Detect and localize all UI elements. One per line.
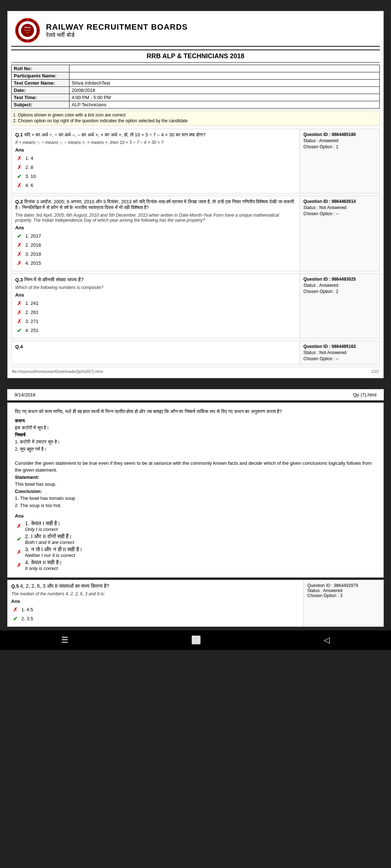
q2-left: Q.2 दिनांक 3 अप्रैल, 2005; 6 अगस्त, 2010… [12, 196, 300, 271]
menu-button[interactable]: ☰ [61, 635, 68, 645]
q3-text: Q.3 निम्न में से कौनसी संख्या भाज्य है? [15, 277, 296, 283]
q4-stub-left: Q.4 [12, 341, 300, 364]
q3-right: Question ID : 9864493025 Status : Answer… [300, 274, 379, 338]
tick-icon: ✔ [11, 614, 19, 622]
cross-icon: ✗ [15, 241, 23, 249]
q3-opt2: ✗ 2. 261 [15, 308, 296, 316]
notes-section: 1. Options shown in green color with a t… [11, 111, 380, 126]
page-number: 1/22 [371, 369, 379, 374]
q4-statement: दिए गए कथन को सत्य मानिए, भले ही वह ज्ञा… [11, 406, 379, 511]
kathan-label: कथन: [15, 418, 26, 424]
info-row-time: Test Time: 4:00 PM - 5:00 PM [12, 94, 380, 101]
conclusion-2: 2. The soup is too hot. [15, 502, 376, 509]
q1-right: Question ID : 9864495180 Status : Answer… [300, 129, 379, 193]
info-table: Roll No: Participants Name: Test Center … [11, 65, 380, 109]
cross-icon: ✗ [15, 548, 23, 556]
question-block-1: Q.1 यदि + का अर्थ ÷, ÷ का अर्थ –, – का अ… [11, 129, 380, 193]
q4-stub-text: Q.4 [15, 344, 296, 349]
tick-icon: ✔ [15, 232, 23, 240]
back-button[interactable]: ◁ [324, 635, 330, 645]
kathan-text: इस कटोरी में सूप है। [15, 424, 376, 431]
q4-full-left: दिए गए कथन को सत्य मानिए, भले ही वह ज्ञा… [8, 403, 383, 577]
tick-icon: ✔ [15, 172, 23, 180]
q4-stub-right: Question ID : 9864495163 Status : Not An… [300, 341, 379, 364]
q3-opt1: ✗ 1. 241 [15, 299, 296, 307]
cross-icon: ✗ [11, 605, 19, 613]
cross-icon: ✗ [15, 561, 23, 569]
page-footer: file:///sysroot/home/user/Downloads/Qp%2… [11, 367, 380, 374]
info-row-subject: Subject: ALP Technicians [12, 101, 380, 109]
q5-opt1: ✗ 1. 4.5 [11, 605, 300, 613]
org-title: RAILWAY RECRUITMENT BOARDS [46, 22, 188, 32]
q1-opt2: ✗ 2. 8 [15, 163, 296, 171]
nishkarsh-2: 2. सूप बहुत गर्म है। [15, 446, 376, 453]
question-block-4-full: दिए गए कथन को सत्य मानिए, भले ही वह ज्ञा… [7, 403, 384, 578]
cross-icon: ✗ [15, 308, 23, 316]
question-block-5: Q.5 4, 2, 2, 6, 3 और 8 संख्याओं का माध्य… [7, 580, 384, 627]
info-row-rollno: Roll No: [12, 65, 380, 72]
cross-icon: ✗ [15, 259, 23, 267]
info-row-participants: Participants Name: [12, 72, 380, 80]
rrb-logo: INDIAN RAILWAY RRB [15, 18, 40, 43]
conclusion-label: Conclusion: [15, 489, 42, 494]
q2-opt4: ✗ 4. 2015 [15, 259, 296, 267]
q2-opt1: ✔ 1. 2017 [15, 232, 296, 240]
subject-label: Subject: [12, 101, 70, 109]
q1-opt3: ✔ 3. 10 [15, 172, 296, 180]
date-value: 20/08/2018 [70, 87, 380, 94]
page-container: INDIAN RAILWAY RRB RAILWA [0, 11, 391, 650]
info-row-center: Test Center Name: Shiva InfotechTest [12, 80, 380, 87]
q3-opt4: ✔ 4. 251 [15, 326, 296, 334]
header-text: RAILWAY RECRUITMENT BOARDS रेलवे भर्ती ब… [46, 22, 188, 38]
file-path: file:///sysroot/home/user/Downloads/Qp%2… [12, 369, 103, 374]
cross-icon: ✗ [15, 522, 23, 530]
q5-right: Question ID : 9864492979 Status : Answer… [304, 580, 383, 626]
q5-sub: The median of the numbers 4, 2, 2, 6, 3 … [11, 591, 300, 596]
roll-no-value [70, 65, 380, 72]
q4-opt3: ✗ 3. न तो I और न ही II सही है। Neither I… [15, 546, 376, 558]
svg-text:INDIAN: INDIAN [24, 26, 31, 29]
svg-text:RAILWAY: RAILWAY [24, 29, 31, 31]
date-label: Date: [12, 87, 70, 94]
cross-icon: ✗ [15, 317, 23, 325]
center-label: Test Center Name: [12, 80, 70, 87]
svg-text:RRB: RRB [26, 32, 29, 34]
tick-icon: ✔ [15, 326, 23, 334]
cross-icon: ✗ [15, 299, 23, 307]
statement-text: This bowl has soup. [15, 481, 376, 488]
cross-icon: ✗ [15, 250, 23, 258]
page2-date-header: 9/14/2018 Qp (7).html [7, 389, 384, 400]
exam-title: RRB ALP & TECHNICIANS 2018 [11, 50, 380, 63]
home-button[interactable]: ⬜ [191, 635, 201, 645]
q2-right: Question ID : 9864492614 Status : Not An… [300, 196, 379, 271]
question-block-2: Q.2 दिनांक 3 अप्रैल, 2005; 6 अगस्त, 2010… [11, 196, 380, 271]
q4-opt1: ✗ 1. केवल I सही है। Only I is correct [15, 520, 376, 532]
question-block-3: Q.3 निम्न में से कौनसी संख्या भाज्य है? … [11, 273, 380, 339]
q4-opt4: ✗ 4. केवल II सही है। II only is correct [15, 559, 376, 571]
roll-no-label: Roll No: [12, 65, 70, 72]
q1-opt4: ✗ 4. 6 [15, 181, 296, 189]
page2-date: 9/14/2018 [14, 392, 35, 397]
q2-opt3: ✗ 3. 2018 [15, 250, 296, 258]
note1: 1. Options shown in green color with a t… [13, 112, 378, 118]
page2-file: Qp (7).html [353, 392, 377, 397]
org-subtitle: रेलवे भर्ती बोर्ड [46, 32, 188, 38]
q4-options: Ans ✗ 1. केवल I सही है। Only I is correc… [11, 511, 379, 574]
q4-hindi-intro: दिए गए कथन को सत्य मानिए, भले ही वह ज्ञा… [15, 408, 376, 415]
q1-left: Q.1 यदि + का अर्थ ÷, ÷ का अर्थ –, – का अ… [12, 129, 300, 193]
cross-icon: ✗ [15, 163, 23, 171]
q4-english-intro: Consider the given statement to be true … [15, 460, 376, 474]
q3-left: Q.3 निम्न में से कौनसी संख्या भाज्य है? … [12, 274, 300, 338]
info-row-date: Date: 20/08/2018 [12, 87, 380, 94]
time-label: Test Time: [12, 94, 70, 101]
statement-label: Statement: [15, 475, 39, 480]
q5-opt2: ✔ 2. 3.5 [11, 614, 300, 622]
q2-sub: The dates 3rd April, 2005; 6th August, 2… [15, 213, 296, 223]
center-value: Shiva InfotechTest [70, 80, 380, 87]
participants-label: Participants Name: [12, 72, 70, 80]
participants-value [70, 72, 380, 80]
nishkarsh-1: 1. कटोरी में टमाटर सूप है। [15, 438, 376, 446]
conclusion-1: 1. The bowl has tomato soup [15, 495, 376, 502]
page-header: INDIAN RAILWAY RRB RAILWA [11, 15, 380, 47]
q2-opt2: ✗ 2. 2016 [15, 241, 296, 249]
